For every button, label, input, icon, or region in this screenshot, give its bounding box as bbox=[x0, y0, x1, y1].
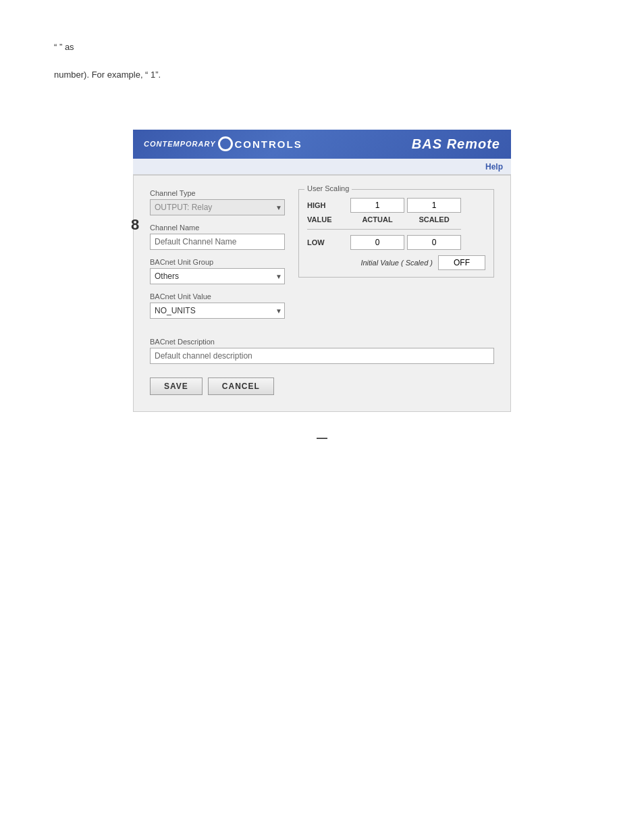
bacnet-description-section: BACnet Description bbox=[150, 338, 494, 364]
bacnet-unit-group-select[interactable]: Others Temperature Pressure Flow bbox=[150, 268, 285, 284]
channel-type-input bbox=[150, 199, 285, 215]
channel-name-input[interactable] bbox=[150, 234, 285, 250]
scaling-high-label: HIGH bbox=[307, 201, 348, 209]
text-line-1: “ ” as bbox=[54, 41, 590, 55]
bacnet-description-label: BACnet Description bbox=[150, 338, 494, 346]
widget-container: CONTEMPORARY CONTROLS BAS Remote Help 8 … bbox=[133, 130, 511, 412]
bacnet-unit-value-label: BACnet Unit Value bbox=[150, 292, 285, 301]
scaling-divider bbox=[307, 229, 461, 230]
form-area: 8 Channel Type ▼ Channel Name bbox=[133, 175, 511, 412]
bacnet-unit-value-group: BACnet Unit Value NO_UNITS DEGREES_FAHRE… bbox=[150, 292, 285, 319]
brand-circle-icon bbox=[218, 136, 233, 151]
help-link[interactable]: Help bbox=[485, 162, 503, 172]
brand-controls-text: CONTROLS bbox=[235, 138, 302, 150]
bacnet-unit-group-label: BACnet Unit Group bbox=[150, 258, 285, 266]
channel-number: 8 bbox=[131, 216, 139, 234]
cancel-button[interactable]: CANCEL bbox=[208, 377, 274, 395]
low-scaled-input[interactable] bbox=[407, 235, 461, 250]
high-actual-input[interactable] bbox=[350, 198, 404, 213]
user-scaling-legend: User Scaling bbox=[304, 184, 352, 192]
channel-type-group: Channel Type ▼ bbox=[150, 189, 285, 215]
help-bar: Help bbox=[133, 159, 511, 175]
bacnet-unit-group-select-wrapper[interactable]: Others Temperature Pressure Flow ▼ bbox=[150, 268, 285, 284]
initial-value-row: Initial Value ( Scaled ) bbox=[307, 255, 485, 270]
save-button[interactable]: SAVE bbox=[150, 377, 203, 395]
bottom-separator: — bbox=[0, 432, 644, 444]
channel-type-select-wrapper: ▼ bbox=[150, 199, 285, 215]
user-scaling-box: User Scaling HIGH VALUE ACTUAL SCALED bbox=[298, 189, 494, 278]
bacnet-description-input[interactable] bbox=[150, 348, 494, 364]
actual-col-header: ACTUAL bbox=[350, 215, 404, 224]
low-actual-input[interactable] bbox=[350, 235, 404, 250]
scaling-low-label: LOW bbox=[307, 238, 348, 246]
channel-name-label: Channel Name bbox=[150, 224, 285, 232]
value-label: VALUE bbox=[307, 215, 348, 224]
form-right: User Scaling HIGH VALUE ACTUAL SCALED bbox=[298, 189, 494, 327]
widget-title: BAS Remote bbox=[412, 136, 500, 152]
form-left: 8 Channel Type ▼ Channel Name bbox=[150, 189, 285, 327]
channel-type-label: Channel Type bbox=[150, 189, 285, 197]
text-line-4: number). For example, “ 1”. bbox=[54, 68, 590, 82]
text-block-2: number). For example, “ 1”. bbox=[54, 68, 590, 82]
brand-logo: CONTEMPORARY CONTROLS bbox=[144, 136, 302, 151]
high-scaled-input[interactable] bbox=[407, 198, 461, 213]
button-row: SAVE CANCEL bbox=[150, 377, 494, 395]
brand-contemporary-text: CONTEMPORARY bbox=[144, 140, 216, 148]
text-block-1: “ ” as bbox=[54, 41, 590, 55]
initial-value-label: Initial Value ( Scaled ) bbox=[360, 259, 433, 267]
channel-name-group: Channel Name bbox=[150, 224, 285, 250]
initial-value-input[interactable] bbox=[438, 255, 485, 270]
bacnet-unit-value-select[interactable]: NO_UNITS DEGREES_FAHRENHEIT DEGREES_CELS… bbox=[150, 303, 285, 319]
text-area: “ ” as number). For example, “ 1”. bbox=[0, 0, 644, 109]
page-wrapper: “ ” as number). For example, “ 1”. CONTE… bbox=[0, 0, 644, 834]
scaling-grid: HIGH VALUE ACTUAL SCALED LOW bbox=[307, 198, 485, 250]
widget-header: CONTEMPORARY CONTROLS BAS Remote bbox=[133, 130, 511, 159]
scaled-col-header: SCALED bbox=[407, 215, 461, 224]
form-columns: 8 Channel Type ▼ Channel Name bbox=[150, 189, 494, 327]
bacnet-unit-value-select-wrapper[interactable]: NO_UNITS DEGREES_FAHRENHEIT DEGREES_CELS… bbox=[150, 303, 285, 319]
bacnet-unit-group-group: BACnet Unit Group Others Temperature Pre… bbox=[150, 258, 285, 284]
